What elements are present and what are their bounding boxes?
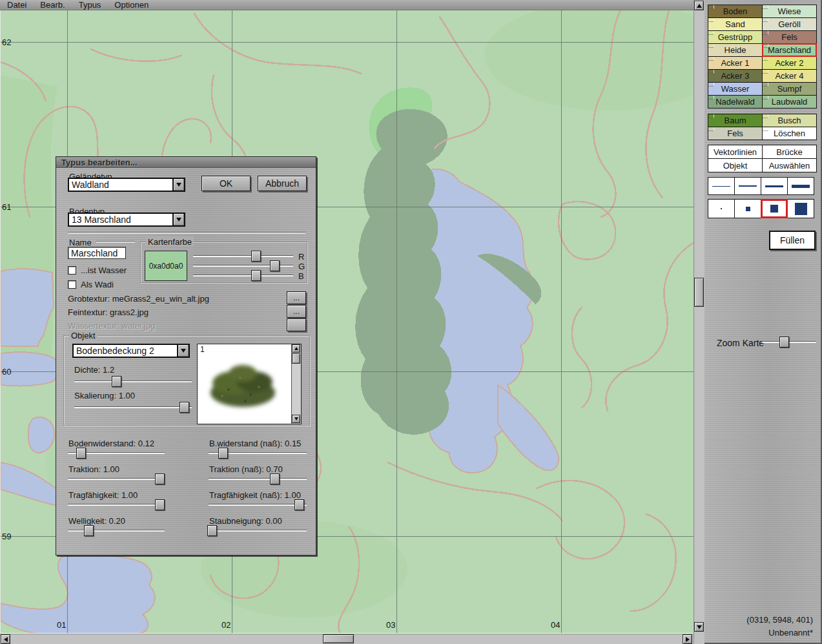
skalierung-slider-thumb[interactable] bbox=[180, 402, 189, 413]
dichte-slider-thumb[interactable] bbox=[112, 376, 121, 387]
terrain-button-heide[interactable]: Heide bbox=[708, 44, 762, 56]
line-width-3px[interactable] bbox=[761, 178, 787, 194]
dialog-title-bar[interactable]: Typus bearbeiten... bbox=[56, 157, 316, 168]
chevron-down-icon[interactable] bbox=[177, 345, 189, 357]
traktion-na-slider[interactable] bbox=[209, 473, 307, 485]
staubneigung-slider-thumb[interactable] bbox=[207, 525, 217, 536]
channel-slider-b-track[interactable] bbox=[193, 275, 293, 276]
tool-button-br-cke[interactable]: Brücke bbox=[763, 145, 816, 158]
brush-size-19px[interactable] bbox=[788, 200, 814, 218]
gelaendetyp-dropdown[interactable]: Waldland bbox=[68, 178, 185, 192]
object-button-busch[interactable]: Busch bbox=[763, 114, 816, 127]
bodentyp-dropdown[interactable]: 13 Marschland bbox=[68, 213, 185, 227]
channel-slider-b[interactable] bbox=[193, 270, 293, 282]
zoom-slider-thumb[interactable] bbox=[779, 337, 789, 348]
objekt-dropdown[interactable]: Bodenbedeckung 2 bbox=[72, 344, 190, 358]
bodenwiderstand-slider[interactable] bbox=[68, 448, 165, 459]
zoom-slider[interactable] bbox=[762, 337, 816, 349]
terrain-button-fels[interactable]: Fels bbox=[763, 31, 816, 43]
welligkeit-slider-track[interactable] bbox=[68, 530, 165, 532]
tragf-higkeit-slider-thumb[interactable] bbox=[155, 499, 165, 510]
dichte-slider-track[interactable] bbox=[74, 381, 192, 382]
als-wadi-checkbox-row[interactable]: Als Wadi bbox=[68, 280, 114, 289]
checkbox-icon[interactable] bbox=[68, 266, 76, 275]
terrain-button-gestr-pp[interactable]: Gestrüpp bbox=[708, 31, 762, 43]
checkbox-icon[interactable] bbox=[68, 280, 76, 289]
channel-slider-b-thumb[interactable] bbox=[251, 270, 261, 281]
texture-browse-button-1[interactable]: ... bbox=[287, 305, 306, 318]
channel-slider-r-track[interactable] bbox=[193, 256, 293, 257]
scroll-left-button[interactable] bbox=[1, 634, 10, 644]
menu-typus[interactable]: Typus bbox=[77, 0, 103, 10]
object-button-fels[interactable]: Fels bbox=[708, 127, 762, 140]
bodenwiderstand-slider-thumb[interactable] bbox=[76, 448, 86, 459]
terrain-button-acker-2[interactable]: Acker 2 bbox=[763, 57, 816, 69]
tragf-higkeit-na-slider-track[interactable] bbox=[209, 504, 307, 506]
tragf-higkeit-na-slider[interactable] bbox=[209, 499, 307, 511]
texture-browse-button-0[interactable]: ... bbox=[287, 291, 306, 304]
scroll-up-button[interactable] bbox=[694, 1, 704, 10]
chevron-down-icon[interactable] bbox=[172, 214, 184, 225]
welligkeit-slider-thumb[interactable] bbox=[84, 525, 94, 536]
traktion-slider[interactable] bbox=[68, 473, 165, 485]
fill-button[interactable]: Füllen bbox=[769, 231, 816, 250]
staubneigung-slider-track[interactable] bbox=[209, 530, 307, 532]
tragf-higkeit-na-slider-thumb[interactable] bbox=[294, 499, 304, 510]
menu-optionen[interactable]: Optionen bbox=[113, 0, 150, 10]
skalierung-slider-track[interactable] bbox=[74, 407, 192, 408]
tool-button-objekt[interactable]: Objekt bbox=[708, 159, 762, 172]
traktion-na-slider-track[interactable] bbox=[209, 479, 307, 480]
terrain-button-ger-ll[interactable]: Geröll bbox=[763, 18, 816, 30]
scroll-right-button[interactable] bbox=[683, 634, 692, 644]
terrain-button-laubwald[interactable]: Laubwald bbox=[763, 96, 816, 108]
line-width-2px[interactable] bbox=[735, 178, 761, 194]
terrain-button-wasser[interactable]: Wasser bbox=[708, 83, 762, 95]
terrain-button-boden[interactable]: Boden bbox=[708, 5, 762, 17]
terrain-button-acker-1[interactable]: Acker 1 bbox=[708, 57, 762, 69]
tool-button-vektorlinien[interactable]: Vektorlinien bbox=[708, 145, 762, 158]
chevron-down-icon[interactable] bbox=[172, 179, 184, 191]
preview-scrollbar[interactable] bbox=[291, 344, 301, 424]
horizontal-scrollbar[interactable] bbox=[0, 634, 694, 644]
traktion-slider-track[interactable] bbox=[68, 479, 165, 480]
abbruch-button[interactable]: Abbruch bbox=[258, 176, 307, 191]
name-input[interactable]: Marschland bbox=[68, 247, 126, 259]
dichte-slider[interactable] bbox=[74, 376, 192, 388]
b-widerstand-na-slider-thumb[interactable] bbox=[218, 448, 228, 459]
terrain-button-nadelwald[interactable]: Nadelwald bbox=[708, 96, 762, 108]
vertical-scrollbar[interactable] bbox=[694, 0, 704, 644]
tool-button-ausw-hlen[interactable]: Auswählen bbox=[763, 159, 816, 172]
preview-scroll-thumb[interactable] bbox=[292, 353, 300, 364]
preview-scroll-down-button[interactable] bbox=[292, 415, 300, 423]
tragf-higkeit-slider-track[interactable] bbox=[68, 504, 165, 506]
brush-size-2px[interactable] bbox=[708, 200, 734, 218]
object-button-baum[interactable]: Baum bbox=[708, 114, 762, 127]
brush-size-7px[interactable] bbox=[735, 200, 761, 218]
scroll-down-button[interactable] bbox=[694, 622, 704, 632]
b-widerstand-na-slider[interactable] bbox=[209, 448, 307, 459]
horizontal-scroll-thumb[interactable] bbox=[323, 634, 354, 643]
line-width-5px[interactable] bbox=[788, 178, 814, 194]
welligkeit-slider[interactable] bbox=[68, 525, 165, 537]
line-width-1px[interactable] bbox=[708, 178, 734, 194]
terrain-button-wiese[interactable]: Wiese bbox=[763, 5, 816, 17]
terrain-button-acker-4[interactable]: Acker 4 bbox=[763, 70, 816, 82]
terrain-button-sand[interactable]: Sand bbox=[708, 18, 762, 30]
object-preview[interactable]: 1 bbox=[197, 344, 302, 424]
traktion-slider-thumb[interactable] bbox=[155, 473, 165, 484]
ok-button[interactable]: OK bbox=[201, 176, 251, 191]
skalierung-slider[interactable] bbox=[74, 402, 192, 413]
tragf-higkeit-slider[interactable] bbox=[68, 499, 165, 511]
terrain-button-marschland[interactable]: Marschland bbox=[763, 44, 816, 56]
traktion-na-slider-thumb[interactable] bbox=[270, 473, 280, 484]
terrain-button-acker-3[interactable]: Acker 3 bbox=[708, 70, 762, 82]
menu-datei[interactable]: Datei bbox=[6, 0, 28, 10]
menu-bearb[interactable]: Bearb. bbox=[39, 0, 66, 10]
staubneigung-slider[interactable] bbox=[209, 525, 307, 537]
object-button-l-schen[interactable]: Löschen bbox=[763, 127, 816, 140]
terrain-button-sumpf[interactable]: Sumpf bbox=[763, 83, 816, 95]
brush-size-12px[interactable] bbox=[761, 200, 787, 218]
ist-wasser-checkbox-row[interactable]: ...ist Wasser bbox=[68, 265, 127, 275]
preview-scroll-up-button[interactable] bbox=[292, 344, 300, 353]
vertical-scroll-thumb[interactable] bbox=[694, 278, 704, 307]
